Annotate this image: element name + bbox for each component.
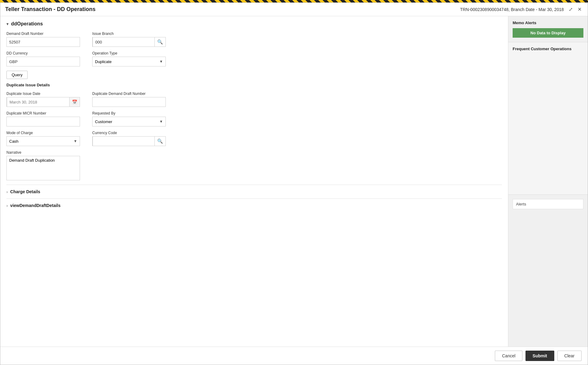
mode-of-charge-group: Mode of Charge Cash Account ▼ — [6, 131, 80, 146]
currency-code-label: Currency Code — [92, 131, 166, 135]
operation-type-select-wrapper: Duplicate Cancellation Revalidation ▼ — [92, 57, 166, 66]
currency-code-input[interactable] — [93, 136, 155, 146]
issue-branch-search-icon[interactable]: 🔍 — [155, 39, 165, 45]
main-content: ▾ ddOperations Demand Draft Number Issue… — [0, 16, 588, 347]
title-bar-icons: ⤢ ✕ — [567, 6, 583, 13]
alerts-label: Alerts — [516, 202, 526, 206]
clear-button[interactable]: Clear — [557, 351, 582, 361]
left-panel: ▾ ddOperations Demand Draft Number Issue… — [0, 16, 508, 347]
form-row-2: DD Currency Operation Type Duplicate Can… — [6, 51, 502, 66]
footer: Cancel Submit Clear — [0, 347, 588, 365]
operation-type-select[interactable]: Duplicate Cancellation Revalidation — [93, 58, 157, 65]
currency-code-search-icon[interactable]: 🔍 — [155, 138, 165, 144]
narrative-group: Narrative Demand Draft Duplication — [6, 150, 80, 180]
charge-details-accordion[interactable]: › Charge Details — [6, 185, 502, 198]
window-title: Teller Transaction - DD Operations — [5, 6, 96, 13]
title-bar-right: TRN-0002308900034748, Branch Date - Mar … — [460, 6, 583, 13]
duplicate-dd-number-input[interactable] — [92, 97, 166, 107]
transaction-info: TRN-0002308900034748, Branch Date - Mar … — [460, 7, 564, 12]
calendar-icon[interactable]: 📅 — [70, 100, 80, 104]
section-header: ▾ ddOperations — [6, 21, 502, 27]
right-panel: Memo Alerts No Data to Display Frequent … — [508, 16, 588, 347]
duplicate-micr-label: Duplicate MICR Number — [6, 111, 80, 115]
view-demand-draft-accordion[interactable]: › viewDemandDraftDetails — [6, 198, 502, 212]
memo-alerts-title: Memo Alerts — [513, 21, 583, 25]
charge-details-chevron-icon: › — [6, 190, 8, 194]
form-row-1: Demand Draft Number Issue Branch 🔍 — [6, 32, 502, 47]
mode-of-charge-select[interactable]: Cash Account — [7, 138, 71, 145]
operation-type-arrow-icon: ▼ — [157, 59, 165, 64]
requested-by-group: Requested By Customer Bank ▼ — [92, 111, 166, 126]
operation-type-group: Operation Type Duplicate Cancellation Re… — [92, 51, 166, 66]
duplicate-issue-date-wrapper: 📅 — [6, 97, 80, 107]
currency-code-input-wrapper: 🔍 — [92, 136, 166, 146]
narrative-label: Narrative — [6, 150, 80, 155]
form-row-4: Duplicate MICR Number Requested By Custo… — [6, 111, 502, 126]
duplicate-issue-date-label: Duplicate Issue Date — [6, 92, 80, 96]
mode-of-charge-select-wrapper: Cash Account ▼ — [6, 136, 80, 146]
requested-by-select[interactable]: Customer Bank — [93, 118, 157, 125]
demand-draft-number-label: Demand Draft Number — [6, 32, 80, 36]
resize-icon[interactable]: ⤢ — [567, 6, 574, 13]
issue-branch-label: Issue Branch — [92, 32, 166, 36]
frequent-ops-title: Frequent Customer Operations — [513, 47, 583, 51]
dd-currency-label: DD Currency — [6, 51, 80, 55]
operation-type-label: Operation Type — [92, 51, 166, 55]
charge-details-title: Charge Details — [10, 189, 40, 194]
form-row-5: Mode of Charge Cash Account ▼ Currency C… — [6, 131, 502, 146]
currency-code-group: Currency Code 🔍 — [92, 131, 166, 146]
duplicate-micr-input[interactable] — [6, 117, 80, 126]
duplicate-issue-date-input[interactable] — [7, 97, 70, 107]
form-row-3: Duplicate Issue Date 📅 Duplicate Demand … — [6, 92, 502, 107]
dd-currency-input[interactable] — [6, 57, 80, 66]
duplicate-issue-details-title: Duplicate Issue Details — [6, 83, 502, 87]
issue-branch-input-wrapper: 🔍 — [92, 37, 166, 47]
mode-of-charge-label: Mode of Charge — [6, 131, 80, 135]
collapse-icon[interactable]: ▾ — [6, 21, 9, 26]
requested-by-arrow-icon: ▼ — [157, 119, 165, 124]
cancel-button[interactable]: Cancel — [495, 351, 522, 361]
duplicate-dd-number-group: Duplicate Demand Draft Number — [92, 92, 166, 107]
main-window: Teller Transaction - DD Operations TRN-0… — [0, 2, 588, 365]
close-icon[interactable]: ✕ — [576, 6, 583, 13]
memo-alerts-section: Memo Alerts No Data to Display — [508, 16, 588, 42]
submit-button[interactable]: Submit — [525, 351, 554, 361]
alerts-section: Alerts — [508, 195, 588, 347]
duplicate-issue-date-group: Duplicate Issue Date 📅 — [6, 92, 80, 107]
requested-by-select-wrapper: Customer Bank ▼ — [92, 117, 166, 126]
view-demand-draft-chevron-icon: › — [6, 203, 8, 208]
query-button[interactable]: Query — [6, 71, 28, 79]
narrative-textarea[interactable]: Demand Draft Duplication — [6, 156, 80, 180]
issue-branch-input[interactable] — [93, 37, 155, 47]
section-title: ddOperations — [11, 21, 43, 27]
memo-alerts-button[interactable]: No Data to Display — [513, 28, 583, 38]
frequent-ops-section: Frequent Customer Operations — [508, 42, 588, 195]
duplicate-dd-number-label: Duplicate Demand Draft Number — [92, 92, 166, 96]
title-bar: Teller Transaction - DD Operations TRN-0… — [0, 3, 588, 16]
top-warning-bar — [0, 0, 588, 2]
dd-currency-group: DD Currency — [6, 51, 80, 66]
issue-branch-group: Issue Branch 🔍 — [92, 32, 166, 47]
duplicate-micr-group: Duplicate MICR Number — [6, 111, 80, 126]
demand-draft-number-input[interactable] — [6, 37, 80, 47]
alerts-box: Alerts — [513, 199, 583, 209]
demand-draft-number-group: Demand Draft Number — [6, 32, 80, 47]
view-demand-draft-title: viewDemandDraftDetails — [10, 203, 60, 208]
requested-by-label: Requested By — [92, 111, 166, 115]
mode-of-charge-arrow-icon: ▼ — [71, 139, 80, 143]
form-row-6: Narrative Demand Draft Duplication — [6, 150, 502, 180]
